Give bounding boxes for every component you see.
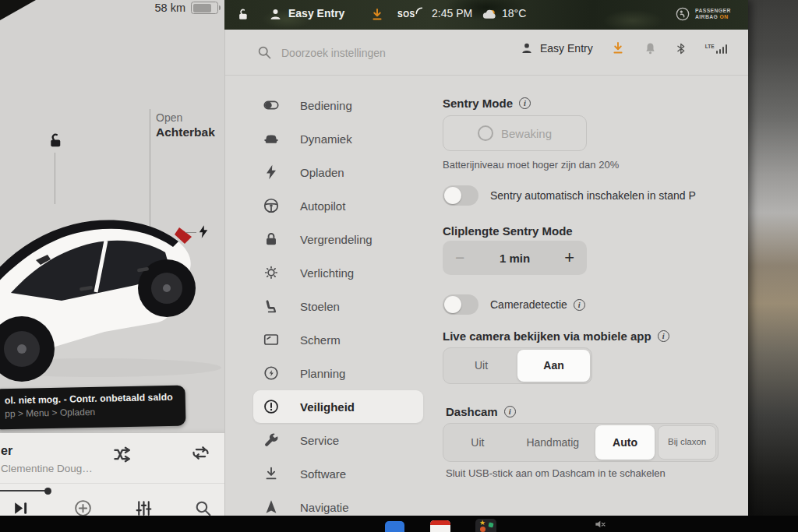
sidebar-item-planning[interactable]: Planning (253, 357, 423, 389)
repeat-icon[interactable] (190, 442, 211, 463)
seat-icon (263, 298, 280, 315)
profile-icon (520, 41, 534, 55)
dashcam-option-bij-claxon[interactable]: Bij claxon (658, 425, 716, 460)
dashcam-option-auto[interactable]: Auto (595, 425, 655, 460)
live-camera-option-aan[interactable]: Aan (517, 350, 590, 382)
orange-shape (480, 527, 486, 532)
auto-sentry-toggle[interactable] (443, 185, 478, 206)
range-text: 58 km (155, 2, 186, 14)
clip-length-stepper: − 1 min + (443, 241, 587, 275)
steering-icon (263, 197, 280, 214)
camera-detect-label: Cameradetectie i (490, 298, 585, 311)
sidebar-item-bediening[interactable]: Bediening (253, 89, 423, 122)
sentry-mode-title: Sentry Mode i (443, 97, 531, 110)
charge-bolt-icon[interactable] (196, 222, 210, 241)
passenger-airbag-indicator: PASSENGER AIRBAG ON (675, 6, 731, 22)
settings-profile-name: Easy Entry (540, 42, 593, 55)
notification-line1: ol. niet mog. - Contr. onbetaald saldo (5, 392, 178, 407)
airbag-text-line1: PASSENGER (695, 8, 731, 14)
battery-requirement-note: Batterijniveau moet hoger zijn dan 20% (443, 159, 619, 171)
top-status-bar: Easy Entry SOS 2:45 PM 18°C PASSENGER AI… (224, 0, 748, 30)
wrench-icon (263, 432, 280, 449)
bluetooth-icon[interactable] (675, 41, 688, 56)
settings-header: Easy Entry LTE (225, 30, 748, 76)
outside-temperature: 18°C (502, 7, 526, 19)
sidebar-item-software[interactable]: Software (253, 457, 423, 490)
update-download-icon[interactable] (610, 41, 626, 56)
settings-search-input[interactable] (280, 41, 470, 65)
sidebar-item-stoelen[interactable]: Stoelen (253, 290, 423, 322)
speaker-muted-icon (594, 518, 606, 530)
media-divider (0, 483, 238, 484)
shuffle-icon[interactable] (112, 444, 133, 465)
sidebar-item-veiligheid[interactable]: Veiligheid (253, 390, 423, 423)
profile-name[interactable]: Easy Entry (288, 7, 344, 19)
weather-cloud-icon (482, 8, 497, 20)
media-progress-bar[interactable] (0, 490, 48, 491)
clip-length-value: 1 min (443, 252, 587, 265)
software-update-icon[interactable] (369, 7, 385, 23)
car-image[interactable] (0, 192, 221, 382)
sidebar-item-scherm[interactable]: Scherm (253, 323, 423, 356)
sidebar-item-autopilot[interactable]: Autopilot (253, 189, 423, 222)
camera-detect-toggle[interactable] (443, 294, 478, 315)
notification-line2: pp > Menu > Opladen (5, 405, 178, 420)
volume-muted-button[interactable] (594, 518, 606, 530)
car-icon (263, 130, 280, 147)
bewaking-button[interactable]: Bewaking (443, 115, 587, 151)
car-status-panel: 58 km Open Achterbak (0, 0, 224, 516)
clock-icon (263, 365, 280, 382)
clock: 2:45 PM (432, 7, 472, 19)
app-icon-calendar[interactable] (430, 520, 450, 532)
app-icon-phone[interactable] (385, 521, 404, 532)
battery-range: 58 km (155, 2, 219, 14)
toggle-icon (263, 97, 280, 114)
dashcam-option-handmatig[interactable]: Handmatig (510, 425, 595, 460)
auto-sentry-label: Sentry automatisch inschakelen in stand … (490, 189, 696, 202)
driver-profile-icon[interactable] (268, 7, 283, 22)
app-launcher-bar: ★ (0, 516, 798, 532)
sidebar-item-opladen[interactable]: Opladen (253, 156, 423, 188)
camera-detect-info-icon[interactable]: i (574, 299, 585, 311)
dashcam-segmented-control: Uit Handmatig Auto Bij claxon (443, 423, 719, 462)
download-icon (263, 465, 280, 482)
tesla-touchscreen: 58 km Open Achterbak (0, 0, 748, 516)
dashcam-info-icon[interactable]: i (504, 406, 516, 417)
unlocked-padlock-icon[interactable] (45, 131, 65, 150)
dashcam-option-uit[interactable]: Uit (445, 425, 510, 460)
green-shape (488, 522, 493, 527)
lock-icon (263, 231, 280, 248)
trunk-label-open: Open (156, 111, 215, 125)
media-player: er Clementine Doug… (0, 433, 238, 520)
airbag-text-line2: AIRBAG ON (695, 14, 731, 20)
clip-length-title: Cliplengte Sentry Mode (443, 224, 573, 238)
sentry-info-icon[interactable]: i (519, 97, 531, 109)
airbag-on-state: ON (720, 14, 729, 19)
sos-icon[interactable]: SOS (397, 10, 423, 19)
app-icon-toybox[interactable]: ★ (475, 519, 496, 532)
nav-arrow-icon (263, 499, 280, 516)
sentry-circle-icon (478, 125, 493, 141)
sidebar-item-service[interactable]: Service (253, 424, 423, 456)
dashcam-title: Dashcam i (446, 405, 516, 418)
settings-profile-button[interactable]: Easy Entry (520, 41, 593, 55)
lte-signal-icon: LTE (705, 44, 727, 54)
battery-icon (191, 2, 218, 14)
sidebar-item-dynamiek[interactable]: Dynamiek (253, 122, 423, 155)
airbag-icon (675, 6, 690, 22)
sidebar-item-verlichting[interactable]: Verlichting (253, 256, 423, 289)
car-unlocked-icon[interactable] (235, 7, 250, 22)
sidebar-item-vergrendeling[interactable]: Vergrendeling (253, 223, 423, 255)
bolt-icon (263, 164, 280, 181)
media-artist: Clementine Doug… (1, 463, 93, 474)
charging-notification-banner[interactable]: ol. niet mog. - Contr. onbetaald saldo p… (0, 385, 186, 429)
notifications-bell-icon[interactable] (643, 41, 658, 56)
charge-port-line (185, 232, 196, 233)
open-trunk-button[interactable]: Open Achterbak (156, 111, 215, 140)
live-camera-option-uit[interactable]: Uit (445, 350, 517, 382)
live-camera-title: Live camera bekijken via mobiele app i (443, 329, 669, 343)
live-camera-info-icon[interactable]: i (658, 330, 669, 342)
live-camera-segmented-control: Uit Aan (443, 347, 592, 384)
usb-note: Sluit USB-stick aan om Dashcam in te sch… (446, 467, 666, 479)
search-icon (256, 44, 272, 60)
